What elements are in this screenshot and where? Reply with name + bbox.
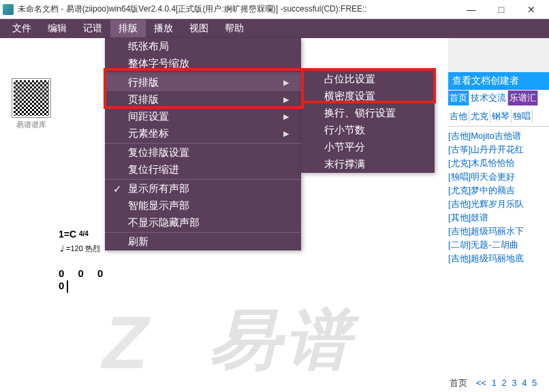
song-link[interactable]: [吉他]光辉岁月乐队 [448,197,549,211]
submenu-item-小节平分[interactable]: 小节平分 [301,139,435,156]
song-link[interactable]: [尤克]梦中的额吉 [448,184,549,197]
pager-prev[interactable]: << [476,378,486,388]
pager-page-4[interactable]: 4 [522,378,527,388]
score-notes: 0 0 0 0 [59,267,127,293]
window-controls: — □ ✕ [456,0,546,19]
song-list: [吉他]Mojito吉他谱[古筝]山丹丹开花红[尤克]木瓜恰恰恰[独唱]明天会更… [448,129,549,374]
submenu-item-横密度设置[interactable]: 横密度设置 [301,88,435,105]
song-link[interactable]: [二胡]无题-二胡曲 [448,238,549,252]
submenu-arrow-icon: ▶ [283,129,289,138]
watermark-z: Z [102,299,148,385]
sidebar: 查看文档创建者 首页技术交流乐谱汇 吉他尤克钢琴独唱 [吉他]Mojito吉他谱… [448,38,549,392]
menu-播放[interactable]: 播放 [146,20,181,37]
row-layout-submenu: 占位比设置横密度设置换行、锁行设置行小节数小节平分末行撑满 [301,71,435,173]
pager-page-2[interactable]: 2 [502,378,507,388]
song-link[interactable]: [其他]鼓谱 [448,211,549,225]
menu-文件[interactable]: 文件 [4,20,40,37]
qr-label: 易谱谱库 [12,120,50,130]
menu-item-复位排版设置[interactable]: 复位排版设置 [105,144,301,161]
category-独唱[interactable]: 独唱 [512,110,533,123]
menu-item-间距设置[interactable]: 间距设置▶ [105,108,301,125]
menu-编辑[interactable]: 编辑 [40,20,75,37]
sidebar-tab-首页[interactable]: 首页 [448,91,469,105]
sidebar-tab-技术交流[interactable]: 技术交流 [469,91,508,105]
qr-code[interactable] [12,79,50,117]
sidebar-categories: 吉他尤克钢琴独唱 [448,110,549,127]
submenu-item-占位比设置[interactable]: 占位比设置 [301,71,435,88]
titlebar: 未命名文档 - 易谱(ziipoo)win64版Ver2.4.0.4[正式版(用… [0,0,549,19]
menu-item-复位行缩进[interactable]: 复位行缩进 [105,161,301,178]
menu-排版[interactable]: 排版 [110,20,146,37]
pager-page-5[interactable]: 5 [532,378,537,388]
qr-block: 易谱谱库 [12,79,50,130]
menu-item-整体字号缩放[interactable]: 整体字号缩放 [105,55,301,72]
menu-item-纸张布局[interactable]: 纸张布局 [105,38,301,55]
menubar: 文件编辑记谱排版播放视图帮助 [0,19,549,38]
menu-视图[interactable]: 视图 [181,20,217,37]
song-link[interactable]: [吉他]Mojito吉他谱 [448,129,549,143]
watermark: 易·谱 [209,297,346,385]
maximize-button[interactable]: □ [486,0,516,19]
category-吉他[interactable]: 吉他 [448,110,469,123]
song-link[interactable]: [尤克]木瓜恰恰恰 [448,157,549,170]
menu-item-行排版[interactable]: 行排版▶ [105,74,301,91]
menu-item-显示所有声部[interactable]: 显示所有声部 [105,180,301,197]
submenu-arrow-icon: ▶ [283,112,289,121]
pager-page-1[interactable]: 1 [492,378,497,388]
menu-item-刷新[interactable]: 刷新 [105,233,301,250]
ad-space [448,38,549,72]
view-author-button[interactable]: 查看文档创建者 [448,72,549,91]
submenu-arrow-icon: ▶ [283,78,289,87]
menu-item-页排版[interactable]: 页排版▶ [105,91,301,108]
song-link[interactable]: [吉他]超级玛丽水下 [448,225,549,238]
app-icon [3,4,14,15]
close-button[interactable]: ✕ [516,0,546,19]
window-title: 未命名文档 - 易谱(ziipoo)win64版Ver2.4.0.4[正式版(用… [18,3,456,15]
pager-page-3[interactable]: 3 [512,378,516,388]
pager-home[interactable]: 首页 [450,378,467,388]
submenu-arrow-icon: ▶ [283,95,289,104]
song-link[interactable]: [吉他]超级玛丽地底 [448,252,549,265]
category-尤克[interactable]: 尤克 [469,110,490,123]
sidebar-tab-乐谱汇[interactable]: 乐谱汇 [508,91,538,105]
song-link[interactable]: [独唱]明天会更好 [448,170,549,184]
pager: 首页 << 1 2 3 4 5 [448,374,549,392]
menu-item-不显示隐藏声部[interactable]: 不显示隐藏声部 [105,214,301,231]
submenu-item-末行撑满[interactable]: 末行撑满 [301,156,435,173]
minimize-button[interactable]: — [456,0,486,19]
category-钢琴[interactable]: 钢琴 [490,110,512,123]
menu-item-智能显示声部[interactable]: 智能显示声部 [105,197,301,214]
menu-记谱[interactable]: 记谱 [75,20,110,37]
song-link[interactable]: [古筝]山丹丹开花红 [448,143,549,157]
sidebar-tabs: 首页技术交流乐谱汇 [448,91,549,105]
menu-item-元素坐标[interactable]: 元素坐标▶ [105,125,301,142]
submenu-item-换行、锁行设置[interactable]: 换行、锁行设置 [301,105,435,122]
submenu-item-行小节数[interactable]: 行小节数 [301,122,435,139]
layout-menu: 纸张布局整体字号缩放行排版▶页排版▶间距设置▶元素坐标▶复位排版设置复位行缩进显… [105,38,301,250]
menu-帮助[interactable]: 帮助 [217,20,252,37]
